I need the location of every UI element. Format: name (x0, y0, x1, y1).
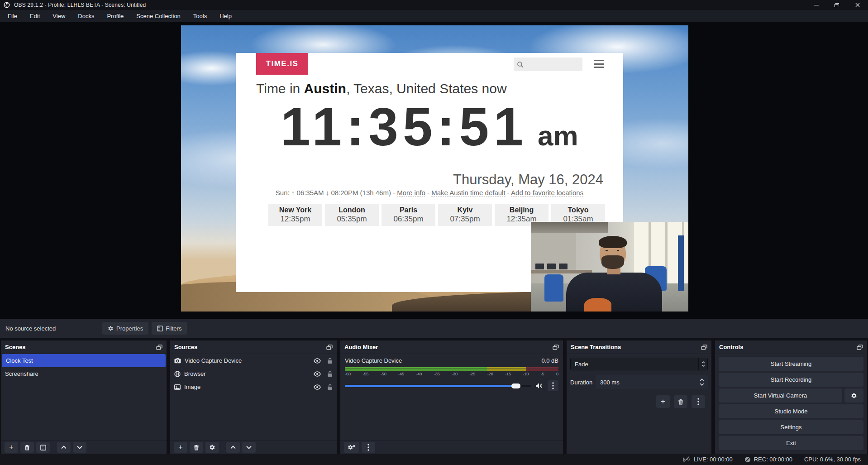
mixer-channel-name: Video Capture Device (345, 357, 402, 364)
lock-icon[interactable] (327, 384, 333, 390)
volume-slider-handle[interactable] (511, 384, 520, 388)
transition-selected-value: Fade (575, 361, 588, 368)
move-scene-down-button[interactable] (73, 442, 86, 453)
filter-icon (157, 326, 163, 331)
scene-item-clock-test[interactable]: Clock Test (2, 354, 166, 367)
chevron-down-icon (246, 446, 252, 449)
popout-icon[interactable] (326, 345, 333, 350)
source-context-bar: No source selected Properties Filters (0, 319, 868, 338)
add-source-button[interactable]: + (174, 442, 187, 453)
scene-canvas[interactable]: TIME.IS Time in Austin, Texas, United St… (181, 25, 688, 312)
volume-slider[interactable] (345, 385, 531, 387)
duration-label: Duration (570, 379, 596, 386)
sources-list: Video Capture Device Browser Image (170, 354, 337, 440)
controls-title: Controls (719, 344, 743, 350)
webcam-blue-panel (678, 235, 684, 291)
scenes-header[interactable]: Scenes (1, 340, 167, 354)
status-bar: LIVE: 00:00:00 REC: 00:00:00 CPU: 0.6%, … (0, 454, 868, 465)
transition-menu-button[interactable] (692, 395, 705, 408)
source-properties-button[interactable] (205, 442, 219, 453)
chevron-down-icon (701, 364, 705, 367)
exit-button[interactable]: Exit (719, 436, 863, 450)
mixer-menu-button[interactable] (362, 442, 375, 453)
scene-filters-button[interactable] (36, 442, 50, 453)
menu-help[interactable]: Help (213, 10, 238, 22)
add-scene-button[interactable]: + (5, 442, 18, 453)
menu-tools[interactable]: Tools (187, 10, 213, 22)
speaker-icon[interactable] (535, 383, 543, 389)
city-card: New York12:35pm (268, 204, 322, 226)
controls-header[interactable]: Controls (715, 340, 867, 354)
gear-icon (851, 393, 857, 399)
popout-icon[interactable] (857, 345, 863, 350)
remove-transition-button[interactable] (674, 395, 687, 408)
studio-mode-button[interactable]: Studio Mode (719, 404, 863, 418)
sun-times: Sun: ↑ 06:35AM ↓ 08:20PM (13h 46m) - (276, 189, 397, 197)
person-torso (566, 273, 662, 312)
start-virtual-camera-button[interactable]: Start Virtual Camera (719, 388, 842, 403)
restore-button[interactable] (826, 0, 847, 10)
audio-mixer-header[interactable]: Audio Mixer (340, 340, 563, 354)
virtual-camera-config-button[interactable] (844, 388, 863, 403)
move-scene-up-button[interactable] (57, 442, 71, 453)
popout-icon[interactable] (156, 345, 162, 350)
camera-icon (174, 358, 181, 364)
source-item-image[interactable]: Image (170, 380, 337, 393)
filters-button[interactable]: Filters (152, 322, 187, 335)
advanced-audio-button[interactable] (344, 442, 359, 453)
menu-profile[interactable]: Profile (100, 10, 130, 22)
scenes-toolbar: + (1, 441, 167, 454)
broadcast-off-icon (682, 456, 691, 463)
remove-source-button[interactable] (190, 442, 203, 453)
close-button[interactable] (847, 0, 868, 10)
popout-icon[interactable] (553, 345, 559, 350)
sources-header[interactable]: Sources (170, 340, 337, 354)
visibility-eye-icon[interactable] (314, 358, 321, 364)
menu-file[interactable]: File (1, 10, 24, 22)
source-item-video-capture[interactable]: Video Capture Device (170, 354, 337, 367)
chevron-up-icon (700, 379, 704, 381)
properties-button[interactable]: Properties (102, 322, 148, 335)
add-favorite-link: Add to favorite locations (511, 189, 583, 197)
lock-icon[interactable] (327, 371, 333, 377)
scene-item-screenshare[interactable]: Screenshare (1, 367, 167, 380)
popout-icon[interactable] (701, 345, 707, 350)
mixer-channel-menu-button[interactable] (548, 380, 558, 391)
start-streaming-button[interactable]: Start Streaming (719, 357, 863, 371)
rec-status: REC: 00:00:00 (744, 456, 792, 463)
trash-icon (678, 399, 683, 405)
duration-spinbox[interactable]: 300 ms (596, 375, 708, 389)
webcam-ceiling (531, 222, 608, 233)
visibility-eye-icon[interactable] (314, 371, 321, 377)
move-source-down-button[interactable] (242, 442, 256, 453)
separator: - (425, 189, 431, 197)
meter-scale: -60-55-50-45-40-35-30-25-20-15-10-50 (345, 372, 558, 376)
start-recording-button[interactable]: Start Recording (719, 373, 863, 387)
title-bar: OBS 29.1.2 - Profile: LLHLS BETA - Scene… (0, 0, 868, 10)
minimize-button[interactable] (806, 0, 826, 10)
spin-arrows[interactable] (700, 375, 704, 389)
transition-select[interactable]: Fade (570, 358, 708, 370)
combo-arrows (698, 358, 707, 370)
lock-icon[interactable] (327, 358, 333, 364)
menu-scene-collection[interactable]: Scene Collection (130, 10, 187, 22)
menu-view[interactable]: View (46, 10, 72, 22)
menu-docks[interactable]: Docks (72, 10, 100, 22)
settings-button[interactable]: Settings (719, 420, 863, 434)
visibility-eye-icon[interactable] (314, 384, 321, 390)
clock-meridiem: am (538, 122, 578, 150)
transitions-header[interactable]: Scene Transitions (567, 340, 711, 354)
move-source-up-button[interactable] (226, 442, 240, 453)
preview-area[interactable]: TIME.IS Time in Austin, Texas, United St… (0, 22, 868, 319)
menu-edit[interactable]: Edit (24, 10, 46, 22)
digital-clock: 11:35:51 (281, 100, 528, 153)
add-transition-button[interactable]: + (656, 395, 670, 408)
chevron-down-icon (700, 383, 704, 386)
audio-mixer-panel: Audio Mixer Video Capture Device 0.0 dB … (340, 340, 563, 454)
source-item-browser[interactable]: Browser (170, 367, 337, 380)
remove-scene-button[interactable] (20, 442, 34, 453)
kebab-menu-icon (367, 444, 369, 451)
mixer-db-value: 0.0 dB (541, 357, 558, 364)
timeis-logo: TIME.IS (256, 53, 308, 75)
cpu-fps-text: CPU: 0.6%, 30.00 fps (804, 456, 861, 463)
